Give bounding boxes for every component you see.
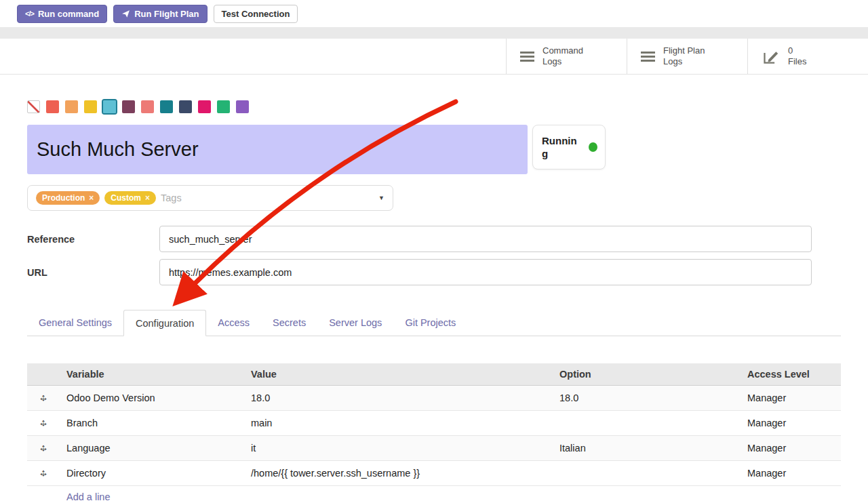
column-header-access-level: Access Level [741,363,841,386]
table-row[interactable]: Branch main Manager [27,411,841,436]
reference-field-row: Reference such_much_server [27,226,841,252]
move-icon [38,416,50,428]
cell-option[interactable] [553,461,741,486]
cell-value[interactable]: /home/{{ tower.server.ssh_username }} [244,461,553,486]
stat-label: 0 Files [788,45,806,68]
color-swatch[interactable] [179,100,192,113]
tab-access[interactable]: Access [206,310,261,336]
color-swatch-selected[interactable] [103,100,116,113]
move-icon [38,441,50,453]
color-palette [27,100,841,113]
table-row[interactable]: Directory /home/{{ tower.server.ssh_user… [27,461,841,486]
tab-git-projects[interactable]: Git Projects [393,310,467,336]
test-connection-button[interactable]: Test Connection [214,5,298,23]
stat-label: Flight Plan Logs [663,45,705,68]
cell-access[interactable]: Manager [741,461,841,486]
cell-option[interactable] [553,411,741,436]
config-variables-table: Variable Value Option Access Level Odoo … [27,363,841,503]
color-swatch[interactable] [236,100,249,113]
url-label: URL [27,267,159,278]
edit-file-icon [762,47,780,66]
move-icon [38,466,50,478]
row-drag-handle[interactable] [27,461,60,486]
run-command-label: Run command [38,9,99,19]
notebook-tabs: General Settings Configuration Access Se… [27,310,841,336]
run-flight-plan-label: Run Flight Plan [134,9,199,19]
run-command-button[interactable]: </> Run command [17,5,107,23]
code-icon: </> [25,9,34,18]
paper-plane-icon [121,9,130,18]
list-icon [520,52,534,62]
url-field-row: URL https://memes.example.com [27,259,841,285]
color-swatch[interactable] [217,100,230,113]
color-swatch[interactable] [122,100,135,113]
color-swatch-none[interactable] [27,100,40,113]
table-row[interactable]: Odoo Demo Version 18.0 18.0 Manager [27,386,841,411]
run-flight-plan-button[interactable]: Run Flight Plan [113,5,207,23]
remove-tag-icon[interactable]: × [145,193,150,203]
cell-option[interactable]: Italian [553,436,741,461]
color-swatch[interactable] [46,100,59,113]
cell-variable[interactable]: Language [60,436,244,461]
cell-value[interactable]: main [244,411,553,436]
move-icon [38,391,50,403]
remove-tag-icon[interactable]: × [89,193,94,203]
row-drag-handle[interactable] [27,386,60,411]
cell-value[interactable]: it [244,436,553,461]
column-header-value: Value [244,363,553,386]
cell-variable[interactable]: Odoo Demo Version [60,386,244,411]
chevron-down-icon[interactable]: ▼ [378,195,384,201]
row-drag-handle[interactable] [27,411,60,436]
cell-option[interactable]: 18.0 [553,386,741,411]
tags-input[interactable]: Production × Custom × Tags ▼ [27,185,393,211]
cell-access[interactable]: Manager [741,411,841,436]
tab-server-logs[interactable]: Server Logs [317,310,393,336]
cell-access[interactable]: Manager [741,386,841,411]
tag-production[interactable]: Production × [36,191,100,205]
server-status-button[interactable]: Running [532,125,606,169]
server-form: Such Much Server Running Production × Cu… [0,100,868,503]
color-swatch[interactable] [160,100,173,113]
control-panel: Command Logs Flight Plan Logs 0 Files [0,39,868,75]
row-drag-handle[interactable] [27,436,60,461]
tab-configuration[interactable]: Configuration [123,310,206,336]
add-a-line-link[interactable]: Add a line [66,491,111,502]
cell-variable[interactable]: Directory [60,461,244,486]
test-connection-label: Test Connection [222,9,290,19]
server-name-input[interactable]: Such Much Server [27,125,528,174]
url-input[interactable]: https://memes.example.com [159,259,812,285]
reference-label: Reference [27,234,159,245]
stat-button-flight-plan-logs[interactable]: Flight Plan Logs [627,39,747,74]
color-swatch[interactable] [198,100,211,113]
stat-button-command-logs[interactable]: Command Logs [506,39,627,74]
list-icon [641,52,655,62]
table-header-row: Variable Value Option Access Level [27,363,841,386]
color-swatch[interactable] [84,100,97,113]
server-status-label: Running [542,134,580,161]
reference-input[interactable]: such_much_server [159,226,812,252]
cell-value[interactable]: 18.0 [244,386,553,411]
cell-variable[interactable]: Branch [60,411,244,436]
tab-general-settings[interactable]: General Settings [27,310,123,336]
name-row: Such Much Server Running [27,125,841,174]
tags-placeholder: Tags [161,193,182,203]
status-dot-icon [589,142,597,152]
add-line-row: Add a line [27,486,841,503]
tab-secrets[interactable]: Secrets [261,310,317,336]
page-background-strip [0,27,868,39]
stat-button-files[interactable]: 0 Files [747,39,868,74]
column-header-variable: Variable [60,363,244,386]
color-swatch[interactable] [65,100,78,113]
tag-custom[interactable]: Custom × [104,191,156,205]
color-swatch[interactable] [141,100,154,113]
stat-label: Command Logs [542,45,583,68]
handle-column-header [27,363,60,386]
column-header-option: Option [553,363,741,386]
cell-access[interactable]: Manager [741,436,841,461]
table-row[interactable]: Language it Italian Manager [27,436,841,461]
top-toolbar: </> Run command Run Flight Plan Test Con… [0,0,868,27]
